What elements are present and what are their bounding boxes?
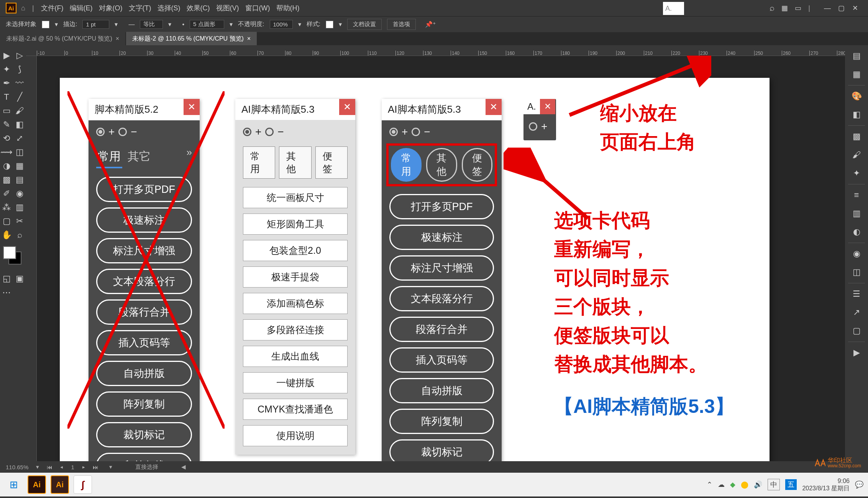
opacity-input[interactable] bbox=[270, 20, 293, 29]
taskbar-clock[interactable]: 9:06 2023/8/13 星期日 bbox=[802, 477, 850, 492]
magic-wand-tool[interactable]: ✦ bbox=[0, 63, 13, 76]
radio-off[interactable] bbox=[265, 128, 274, 136]
radio-off[interactable] bbox=[412, 128, 420, 136]
blend-tool[interactable]: ◉ bbox=[13, 187, 26, 200]
tab-notes[interactable]: 便签 bbox=[462, 148, 492, 182]
btn-fast-mark[interactable]: 极速标注 bbox=[96, 207, 192, 233]
swatches-panel-icon[interactable]: ▩ bbox=[849, 129, 864, 144]
appearance-panel-icon[interactable]: ◉ bbox=[849, 246, 864, 261]
line-tool[interactable]: ╱ bbox=[13, 90, 26, 104]
btn-join-paths[interactable]: 多段路径连接 bbox=[243, 319, 348, 340]
menu-object[interactable]: 对象(O) bbox=[99, 3, 123, 13]
close-button[interactable]: ✕ bbox=[339, 99, 355, 115]
width-tool[interactable]: ⟿ bbox=[0, 146, 13, 159]
btn-crop-marks[interactable]: 裁切标记 bbox=[389, 439, 494, 461]
btn-array-copy[interactable]: 阵列复制 bbox=[389, 409, 494, 434]
tab-other[interactable]: 其他 bbox=[279, 146, 311, 179]
radio-on[interactable] bbox=[389, 128, 398, 136]
shaper-tool[interactable]: ✎ bbox=[0, 118, 13, 131]
graphic-styles-icon[interactable]: ◫ bbox=[849, 265, 864, 280]
btn-bleed-line[interactable]: 生成出血线 bbox=[243, 346, 348, 367]
perspective-tool[interactable]: ▦ bbox=[13, 159, 26, 173]
menu-file[interactable]: 文件(F) bbox=[41, 3, 64, 13]
document-setup-button[interactable]: 文档设置 bbox=[347, 19, 382, 30]
tray-cloud-icon[interactable]: ☁ bbox=[718, 480, 725, 489]
expand-icon[interactable]: » bbox=[187, 146, 192, 168]
gradient-panel-icon[interactable]: ▥ bbox=[849, 206, 864, 221]
shape-builder-tool[interactable]: ◑ bbox=[0, 159, 13, 173]
drawing-mode[interactable]: ◱ bbox=[0, 272, 13, 285]
horizontal-ruler[interactable]: -100102030405060708090100110120130140150… bbox=[26, 45, 845, 56]
color-guide-icon[interactable]: ◧ bbox=[849, 107, 864, 122]
close-button[interactable]: ✕ bbox=[486, 99, 502, 115]
start-button[interactable]: ⊞ bbox=[5, 475, 23, 494]
btn-dimension[interactable]: 标注尺寸增强 bbox=[389, 255, 494, 281]
btn-text-split[interactable]: 文本段落分行 bbox=[389, 286, 494, 311]
taskbar-ai-1[interactable]: Ai bbox=[28, 475, 46, 494]
tray-net-icon[interactable]: ⬤ bbox=[741, 480, 748, 489]
slice-tool[interactable]: ✂ bbox=[13, 215, 26, 228]
tab-common[interactable]: 常用 bbox=[391, 148, 422, 182]
libraries-panel-icon[interactable]: ▦ bbox=[849, 67, 864, 82]
btn-box-type[interactable]: 包装盒型2.0 bbox=[243, 240, 348, 261]
maximize-button[interactable]: ▢ bbox=[838, 4, 845, 12]
curvature-tool[interactable]: 〰 bbox=[13, 77, 26, 90]
close-button[interactable]: ✕ bbox=[852, 4, 858, 12]
brush-dropdown[interactable] bbox=[190, 20, 224, 29]
btn-open-pdf[interactable]: 打开多页PDF bbox=[96, 177, 192, 202]
color-panel-icon[interactable]: 🎨 bbox=[849, 89, 864, 104]
zoom-tool[interactable]: ⌕ bbox=[13, 228, 26, 242]
stroke-width-input[interactable] bbox=[82, 20, 109, 29]
menu-view[interactable]: 视图(V) bbox=[216, 3, 239, 13]
btn-auto-layout[interactable]: 自动拼版 bbox=[96, 361, 192, 386]
taskbar-app-3[interactable]: ∫ bbox=[74, 475, 92, 494]
search-icon[interactable]: ⌕ bbox=[770, 3, 774, 13]
taskbar-ai-2[interactable]: Ai bbox=[51, 475, 69, 494]
selection-tool[interactable]: ▶ bbox=[0, 49, 13, 62]
btn-open-pdf[interactable]: 打开多页PDF bbox=[389, 194, 494, 219]
btn-dimension[interactable]: 标注尺寸增强 bbox=[96, 238, 192, 263]
tab-common[interactable]: 常用 bbox=[243, 146, 275, 179]
btn-rounded-rect[interactable]: 矩形圆角工具 bbox=[243, 214, 348, 235]
canvas[interactable]: -100102030405060708090100110120130140150… bbox=[26, 45, 845, 461]
btn-insert-page[interactable]: 插入页码等 bbox=[389, 347, 494, 373]
btn-unify-artboard[interactable]: 统一画板尺寸 bbox=[243, 187, 348, 208]
tray-security-icon[interactable]: ◆ bbox=[730, 480, 735, 489]
screen-mode[interactable]: ▣ bbox=[13, 272, 26, 285]
tab-other[interactable]: 其它 bbox=[126, 146, 152, 168]
btn-one-click-layout[interactable]: 一键拼版 bbox=[243, 372, 348, 393]
stroke-panel-icon[interactable]: ≡ bbox=[849, 187, 864, 203]
nav-arrows[interactable]: ⏮ ◀ 1 ▶ ⏭ bbox=[47, 464, 102, 470]
layers-panel-icon[interactable]: ☰ bbox=[849, 286, 864, 302]
graph-tool[interactable]: ▥ bbox=[13, 201, 26, 214]
notifications-icon[interactable]: 💬 bbox=[855, 480, 863, 489]
radio-on[interactable] bbox=[96, 128, 105, 136]
align-icon[interactable]: 📌⁺ bbox=[425, 21, 436, 28]
btn-merge-lines[interactable]: 段落行合并 bbox=[96, 299, 192, 325]
btn-tote-bag[interactable]: 极速手提袋 bbox=[243, 266, 348, 288]
minimize-button[interactable]: — bbox=[824, 4, 831, 12]
tray-show-hidden-icon[interactable]: ⌃ bbox=[707, 480, 712, 489]
btn-insert-page[interactable]: 插入页码等 bbox=[96, 330, 192, 355]
close-button[interactable]: ✕ bbox=[540, 99, 555, 114]
btn-color-swatch[interactable]: 添加画稿色标 bbox=[243, 293, 348, 314]
menu-window[interactable]: 窗口(W) bbox=[245, 3, 270, 13]
symbol-sprayer-tool[interactable]: ⁂ bbox=[0, 201, 13, 214]
home-icon[interactable]: ⌂ bbox=[21, 4, 25, 12]
radio-off[interactable] bbox=[118, 128, 127, 136]
script-search-field[interactable]: A. bbox=[663, 2, 684, 15]
eyedropper-tool[interactable]: ✐ bbox=[0, 187, 13, 200]
style-swatch[interactable] bbox=[326, 21, 333, 28]
mesh-tool[interactable]: ▩ bbox=[0, 173, 13, 186]
btn-auto-layout[interactable]: 自动拼版 bbox=[389, 378, 494, 403]
hand-tool[interactable]: ✋ bbox=[0, 228, 13, 242]
tab-other[interactable]: 其他 bbox=[426, 148, 457, 182]
menu-edit[interactable]: 编辑(E) bbox=[70, 3, 93, 13]
edit-toolbar[interactable]: ⋯ bbox=[0, 286, 13, 299]
pen-tool[interactable]: ✒ bbox=[0, 77, 13, 90]
fill-swatch[interactable] bbox=[42, 21, 49, 28]
symbols-panel-icon[interactable]: ✦ bbox=[849, 166, 864, 181]
rectangle-tool[interactable]: ▭ bbox=[0, 104, 13, 117]
doc-tab-2[interactable]: 未标题-2 @ 110.65 % (CMYK/CPU 预览) × bbox=[126, 32, 257, 46]
artboard-tool[interactable]: ▢ bbox=[0, 215, 13, 228]
